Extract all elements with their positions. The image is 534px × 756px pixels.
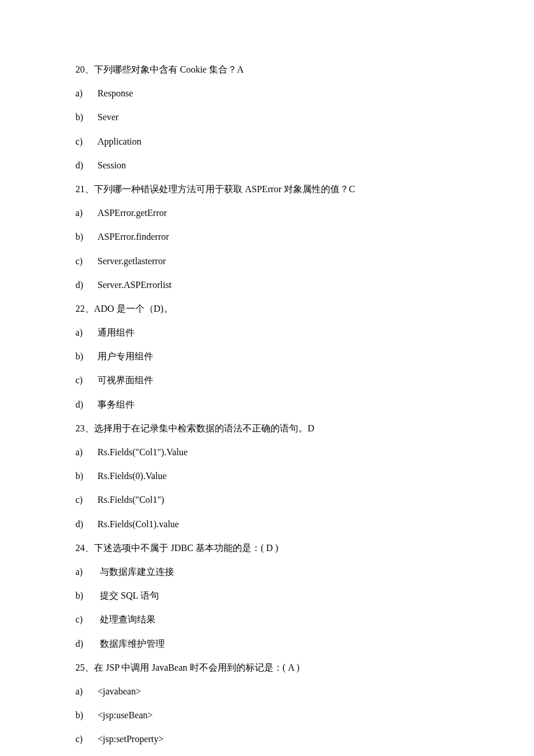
question-block: 23、选择用于在记录集中检索数据的语法不正确的语句。D a)Rs.Fields(… [75, 423, 459, 530]
option-item: c)Server.getlasterror [75, 255, 459, 267]
option-item: c)Application [75, 136, 459, 147]
option-text: Rs.Fields("Col1") [98, 495, 164, 505]
question-text: 21、下列哪一种错误处理方法可用于获取 ASPError 对象属性的值？C [75, 183, 459, 195]
option-text: 通用组件 [98, 327, 135, 337]
document-content: 20、下列哪些对象中含有 Cookie 集合？A a)Response b)Se… [75, 64, 459, 756]
option-label: b) [75, 470, 98, 481]
option-item: b)<jsp:useBean> [75, 710, 459, 721]
option-label: b) [75, 710, 98, 721]
option-text: 可视界面组件 [98, 375, 153, 385]
option-text: Server.ASPErrorlist [98, 280, 172, 290]
option-item: d)事务组件 [75, 399, 459, 410]
option-label: a) [75, 686, 98, 697]
option-label: c) [75, 136, 98, 147]
option-item: b)Sever [75, 111, 459, 123]
option-text: Response [98, 88, 133, 98]
option-text: 与数据库建立连接 [98, 567, 174, 577]
option-label: a) [75, 207, 98, 218]
option-label: c) [75, 614, 98, 625]
question-block: 25、在 JSP 中调用 JavaBean 时不会用到的标记是：( A ) a)… [75, 662, 459, 756]
question-block: 20、下列哪些对象中含有 Cookie 集合？A a)Response b)Se… [75, 64, 459, 171]
option-item: d)Server.ASPErrorlist [75, 279, 459, 290]
option-label: c) [75, 375, 98, 386]
option-item: b)用户专用组件 [75, 351, 459, 362]
option-label: c) [75, 494, 98, 505]
option-item: d)Rs.Fields(Col1).value [75, 519, 459, 530]
option-item: d) 数据库维护管理 [75, 638, 459, 649]
option-text: Session [98, 160, 126, 170]
option-label: a) [75, 447, 98, 458]
option-text: 事务组件 [98, 399, 135, 409]
option-label: d) [75, 399, 98, 410]
option-label: c) [75, 733, 98, 744]
option-label: b) [75, 111, 98, 123]
option-text: <jsp:setProperty> [98, 734, 164, 744]
option-item: b)ASPError.finderror [75, 231, 459, 242]
option-text: 数据库维护管理 [98, 639, 165, 649]
question-block: 22、ADO 是一个（D)。 a)通用组件 b)用户专用组件 c)可视界面组件 … [75, 303, 459, 410]
option-label: a) [75, 566, 98, 577]
question-text: 23、选择用于在记录集中检索数据的语法不正确的语句。D [75, 423, 459, 434]
option-item: c) 处理查询结果 [75, 614, 459, 625]
option-label: d) [75, 519, 98, 530]
option-text: 用户专用组件 [98, 351, 153, 361]
question-block: 24、下述选项中不属于 JDBC 基本功能的是：( D ) a) 与数据库建立连… [75, 542, 459, 649]
option-text: Rs.Fields("Col1").Value [98, 447, 187, 457]
option-text: Rs.Fields(0).Value [98, 471, 167, 481]
option-item: b)Rs.Fields(0).Value [75, 470, 459, 481]
option-text: ASPError.getError [98, 208, 167, 218]
question-text: 22、ADO 是一个（D)。 [75, 303, 459, 314]
option-label: d) [75, 279, 98, 290]
option-text: Server.getlasterror [98, 256, 166, 266]
option-text: <javabean> [98, 686, 141, 696]
option-item: c)Rs.Fields("Col1") [75, 494, 459, 505]
option-text: Rs.Fields(Col1).value [98, 519, 179, 529]
option-label: d) [75, 160, 98, 171]
option-item: b) 提交 SQL 语句 [75, 590, 459, 601]
option-item: a)Response [75, 88, 459, 99]
option-item: a)<javabean> [75, 686, 459, 697]
option-text: Application [98, 136, 142, 146]
option-label: d) [75, 638, 98, 649]
option-label: a) [75, 327, 98, 338]
option-text: 提交 SQL 语句 [98, 591, 159, 600]
question-text: 24、下述选项中不属于 JDBC 基本功能的是：( D ) [75, 542, 459, 553]
option-item: a)通用组件 [75, 327, 459, 338]
option-label: c) [75, 255, 98, 267]
question-text: 20、下列哪些对象中含有 Cookie 集合？A [75, 64, 459, 75]
question-text: 25、在 JSP 中调用 JavaBean 时不会用到的标记是：( A ) [75, 662, 459, 673]
question-block: 21、下列哪一种错误处理方法可用于获取 ASPError 对象属性的值？C a)… [75, 183, 459, 290]
option-item: c)<jsp:setProperty> [75, 733, 459, 744]
option-item: c)可视界面组件 [75, 375, 459, 386]
option-label: b) [75, 231, 98, 242]
option-label: a) [75, 88, 98, 99]
option-text: Sever [98, 112, 118, 122]
option-item: a)Rs.Fields("Col1").Value [75, 447, 459, 458]
option-text: 处理查询结果 [98, 614, 156, 624]
option-text: ASPError.finderror [98, 232, 169, 242]
option-text: <jsp:useBean> [98, 710, 153, 720]
option-item: a) 与数据库建立连接 [75, 566, 459, 577]
option-label: b) [75, 351, 98, 362]
option-label: b) [75, 590, 98, 601]
option-item: a)ASPError.getError [75, 207, 459, 218]
option-item: d)Session [75, 160, 459, 171]
